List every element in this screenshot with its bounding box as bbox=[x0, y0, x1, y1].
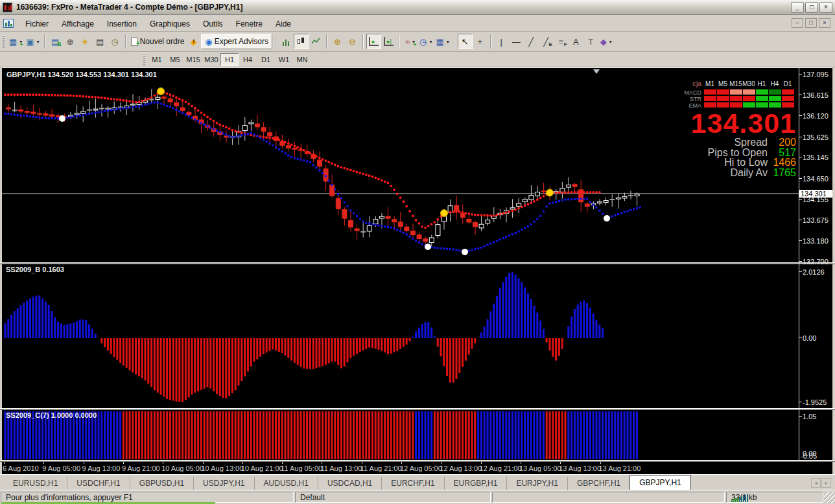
time-tick bbox=[401, 462, 402, 464]
tab-gbpjpy-h1[interactable]: GBPJPY,H1 bbox=[629, 475, 690, 490]
fibo-grid-button[interactable]: ≡F bbox=[554, 34, 569, 49]
vertical-line-button[interactable]: | bbox=[494, 34, 509, 49]
tab-gbpchf-h1[interactable]: GBPCHF,H1 bbox=[568, 477, 630, 490]
price-label: 133.180 bbox=[803, 237, 829, 245]
indicator1-axis-label: 2.0126 bbox=[803, 268, 825, 276]
tab-eurgbp-h1[interactable]: EURGBP,H1 bbox=[445, 477, 508, 490]
time-tick bbox=[242, 462, 243, 464]
indicator1-axis-label: -1.9525 bbox=[803, 398, 827, 406]
tab-scroll-right-button[interactable]: ▸ bbox=[821, 478, 831, 488]
time-label: 13 Aug 13:00 bbox=[559, 464, 601, 472]
timeframe-w1[interactable]: W1 bbox=[275, 53, 293, 66]
child-minimize-button[interactable]: – bbox=[792, 18, 803, 28]
cursor-button[interactable]: ↖ bbox=[458, 34, 473, 49]
terminal-list-icon: ▤ bbox=[96, 38, 104, 46]
dashboard-column-h1: H1 bbox=[755, 80, 768, 87]
profiles-button[interactable]: ▣▾ bbox=[24, 34, 41, 49]
menu-affichage[interactable]: Affichage bbox=[55, 17, 100, 31]
time-axis[interactable]: 6 Aug 20109 Aug 05:009 Aug 13:009 Aug 21… bbox=[2, 462, 799, 474]
timeframe-h4[interactable]: H4 bbox=[239, 53, 257, 66]
timeframe-m1[interactable]: M1 bbox=[148, 53, 166, 66]
new-order-icon: + bbox=[131, 38, 138, 46]
menu-fenetre[interactable]: Fenetre bbox=[229, 17, 269, 31]
timeframe-d1[interactable]: D1 bbox=[257, 53, 275, 66]
chart-shift-button[interactable]: ▸| bbox=[381, 34, 396, 49]
line-chart-button[interactable] bbox=[309, 34, 323, 49]
fibonacci-button[interactable]: ╱E bbox=[539, 34, 554, 49]
data-window-button[interactable]: ⊕ bbox=[63, 34, 78, 49]
tab-usdcad-h1[interactable]: USDCAD,H1 bbox=[318, 477, 382, 490]
tab-scroll-arrows: ◂▸ bbox=[811, 478, 831, 488]
tab-audusd-h1[interactable]: AUDUSD,H1 bbox=[255, 477, 318, 490]
horizontal-line-button[interactable]: — bbox=[509, 34, 524, 49]
signal-cell bbox=[756, 102, 768, 108]
arrows-button[interactable]: ◆▾ bbox=[598, 34, 614, 49]
new-order-button[interactable]: +Nouvel ordre bbox=[129, 34, 187, 49]
strategy-tester-button[interactable]: ◷ bbox=[108, 34, 123, 49]
minimize-button[interactable]: _ bbox=[791, 2, 804, 13]
navigator-button[interactable]: ★ bbox=[78, 34, 93, 49]
periods-button[interactable]: ◷▾ bbox=[418, 34, 434, 49]
time-tick bbox=[481, 462, 482, 464]
menu-aide[interactable]: Aide bbox=[269, 17, 298, 31]
candlestick-chart-button[interactable] bbox=[294, 34, 309, 49]
text-label-button[interactable]: T bbox=[583, 34, 598, 49]
menu-outils[interactable]: Outils bbox=[196, 17, 229, 31]
signal-cell bbox=[756, 96, 768, 101]
tab-eurusd-h1[interactable]: EURUSD,H1 bbox=[4, 477, 67, 490]
tab-eurjpy-h1[interactable]: EURJPY,H1 bbox=[507, 477, 567, 490]
chart-window: GBPJPY,H1 134.520 134.553 134.301 134.30… bbox=[0, 67, 835, 474]
indicator2-bars[interactable] bbox=[2, 410, 799, 461]
maximize-button[interactable]: □ bbox=[805, 2, 818, 13]
menu-fichier[interactable]: Fichier bbox=[19, 17, 55, 31]
zoom-in-button[interactable]: ⊕ bbox=[330, 34, 345, 49]
toolbar-grip[interactable] bbox=[3, 35, 5, 48]
market-watch-button[interactable]: ▤⇅ bbox=[48, 34, 63, 49]
toolbar-separator bbox=[125, 34, 126, 49]
timeframe-mn[interactable]: MN bbox=[293, 53, 311, 66]
menu-bar: FichierAffichageInsertionGraphiquesOutil… bbox=[0, 15, 835, 32]
tab-gbpusd-h1[interactable]: GBPUSD,H1 bbox=[130, 477, 194, 490]
price-label-tick bbox=[799, 199, 802, 200]
timeframe-m30[interactable]: M30 bbox=[202, 53, 220, 66]
auto-scroll-button[interactable]: ▸ bbox=[366, 34, 381, 49]
metaeditor-button[interactable]: ◆! bbox=[186, 34, 201, 49]
trendline-button[interactable]: ╱ bbox=[524, 34, 539, 49]
terminal-button[interactable]: ▤ bbox=[93, 34, 108, 49]
timeframe-m15[interactable]: M15 bbox=[184, 53, 202, 66]
resize-grip[interactable] bbox=[824, 492, 835, 503]
signal-cell bbox=[704, 96, 716, 101]
time-label: 13 Aug 05:00 bbox=[519, 464, 561, 472]
child-restore-button[interactable]: □ bbox=[805, 18, 817, 28]
close-button[interactable]: × bbox=[819, 2, 832, 13]
new-chart-button[interactable]: ▦+▾ bbox=[7, 34, 24, 49]
timeframe-m5[interactable]: M5 bbox=[166, 53, 184, 66]
timeframe-h1[interactable]: H1 bbox=[220, 53, 239, 66]
templates-button[interactable]: ▦▾ bbox=[434, 34, 451, 49]
expert-advisors-button[interactable]: ◉Expert Advisors bbox=[201, 34, 272, 49]
text-button[interactable]: A bbox=[569, 34, 583, 49]
indicators-icon-overlay: + bbox=[413, 41, 416, 47]
crosshair-button[interactable]: + bbox=[473, 34, 488, 49]
toolbar-grip[interactable] bbox=[143, 53, 145, 66]
indicator1-histogram[interactable] bbox=[2, 264, 799, 408]
status-profile[interactable]: Default bbox=[295, 492, 491, 503]
profiles-icon: ▣ bbox=[26, 38, 34, 46]
menu-insertion[interactable]: Insertion bbox=[100, 17, 143, 31]
tab-scroll-left-button[interactable]: ◂ bbox=[811, 478, 821, 488]
indicator2-axis-label: -0.05 bbox=[801, 452, 817, 460]
bar-chart-button[interactable] bbox=[279, 34, 294, 49]
indicators-button[interactable]: ≈+▾ bbox=[403, 34, 418, 49]
arrows-icon: ◆ bbox=[600, 38, 607, 46]
indicator1-label: SS2009_B 0.1603 bbox=[6, 266, 64, 273]
tab-usdchf-h1[interactable]: USDCHF,H1 bbox=[67, 477, 130, 490]
timeframe-bar: M1M5M15M30H1H4D1W1MN bbox=[0, 52, 835, 67]
dropdown-arrow-icon: ▾ bbox=[429, 39, 432, 45]
child-close-button[interactable]: × bbox=[819, 18, 830, 28]
tab-eurchf-h1[interactable]: EURCHF,H1 bbox=[382, 477, 444, 490]
chart-window-icon[interactable] bbox=[3, 19, 14, 28]
zoom-out-button[interactable]: ⊖ bbox=[345, 34, 360, 49]
toolbar-separator bbox=[454, 34, 455, 49]
tab-usdjpy-h1[interactable]: USDJPY,H1 bbox=[194, 477, 254, 490]
menu-graphiques[interactable]: Graphiques bbox=[143, 17, 196, 31]
